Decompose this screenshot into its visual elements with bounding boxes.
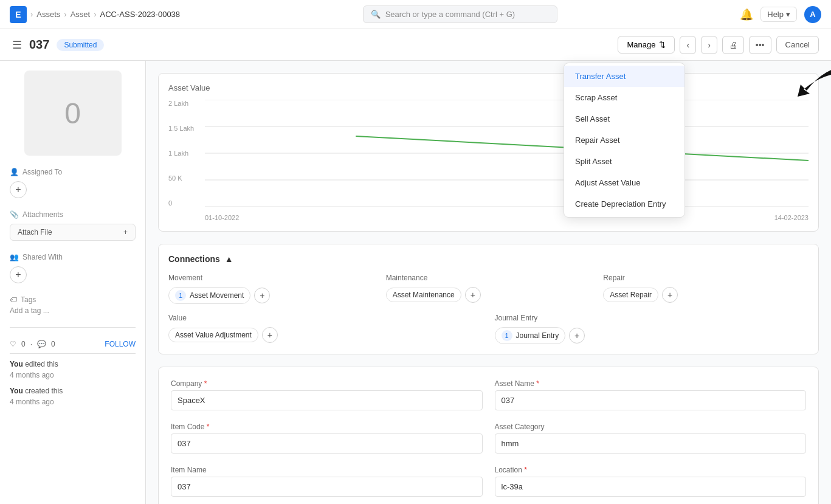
- add-movement-button[interactable]: +: [254, 288, 270, 303]
- asset-movement-tag[interactable]: 1 Asset Movement: [168, 287, 250, 304]
- journal-entry-tag[interactable]: 1 Journal Entry: [495, 327, 566, 344]
- dropdown-item-transfer-asset[interactable]: Transfer Asset: [564, 66, 684, 87]
- follow-button[interactable]: FOLLOW: [105, 340, 136, 348]
- value-label: Asset Value Adjustment: [175, 331, 252, 339]
- notification-button[interactable]: 🔔: [740, 8, 753, 21]
- share-icon: 👥: [10, 253, 19, 261]
- activity-action-1: edited this: [25, 360, 58, 368]
- tags-title: 🏷 Tags: [10, 295, 136, 304]
- add-journal-button[interactable]: +: [569, 328, 585, 343]
- help-button[interactable]: Help ▾: [760, 7, 797, 22]
- movement-label: Asset Movement: [190, 291, 244, 300]
- asset-avatar: 0: [24, 71, 122, 156]
- movement-tags: 1 Asset Movement +: [168, 287, 374, 304]
- manage-button[interactable]: Manage ⇅: [618, 36, 675, 54]
- connections-collapse-icon: ▲: [225, 254, 233, 264]
- hamburger-icon[interactable]: ☰: [12, 38, 22, 52]
- dropdown-item-adjust-value[interactable]: Adjust Asset Value: [564, 172, 684, 193]
- y-label-0: 2 Lakh: [168, 100, 197, 107]
- repair-tags: Asset Repair +: [603, 287, 809, 303]
- add-maintenance-button[interactable]: +: [465, 287, 481, 303]
- activity-counts: ♡ 0 · 💬 0 FOLLOW: [10, 340, 136, 348]
- like-count: 0: [21, 340, 26, 348]
- dropdown-item-sell-asset[interactable]: Sell Asset: [564, 108, 684, 129]
- dropdown-item-repair-asset[interactable]: Repair Asset: [564, 129, 684, 151]
- x-label-0: 01-10-2022: [205, 214, 239, 221]
- asset-name-input[interactable]: [495, 390, 807, 410]
- add-repair-button[interactable]: +: [662, 287, 678, 303]
- item-code-input[interactable]: [171, 433, 483, 454]
- form-grid: Company * Asset Name * Item Code *: [171, 379, 806, 497]
- chart-title: Asset Value: [168, 83, 809, 92]
- asset-maintenance-tag[interactable]: Asset Maintenance: [386, 288, 461, 302]
- location-field: Location *: [495, 466, 807, 497]
- dropdown-item-scrap-asset[interactable]: Scrap Asset: [564, 87, 684, 108]
- activity-divider: [10, 353, 136, 354]
- attachments-title: 📎 Attachments: [10, 210, 136, 219]
- breadcrumb-current: ACC-ASS-2023-00038: [100, 10, 181, 19]
- asset-avatar-section: 0: [10, 71, 136, 156]
- attach-file-button[interactable]: Attach File +: [10, 224, 136, 241]
- asset-category-label: Asset Category: [495, 423, 807, 431]
- form-section: Company * Asset Name * Item Code *: [158, 367, 819, 504]
- comment-icon: 💬: [37, 340, 46, 348]
- activity-section: ♡ 0 · 💬 0 FOLLOW You edited this 4 month…: [10, 340, 136, 407]
- top-nav: E › Assets › Asset › ACC-ASS-2023-00038 …: [0, 0, 831, 29]
- maintenance-label: Asset Maintenance: [393, 291, 455, 299]
- asset-name-field: Asset Name *: [495, 379, 807, 410]
- chart-plot: [205, 100, 809, 207]
- more-options-button[interactable]: •••: [749, 36, 771, 54]
- tag-icon: 🏷: [10, 295, 17, 304]
- activity-user-1: You: [10, 360, 23, 368]
- assigned-to-section: 👤 Assigned To +: [10, 168, 136, 198]
- company-input[interactable]: [171, 390, 483, 410]
- cancel-button[interactable]: Cancel: [776, 36, 819, 54]
- company-required: *: [204, 379, 207, 388]
- maintenance-title: Maintenance: [386, 274, 591, 282]
- breadcrumb-asset[interactable]: Asset: [71, 10, 91, 19]
- company-field: Company *: [171, 379, 483, 410]
- next-button[interactable]: ›: [701, 36, 717, 54]
- paperclip-icon: 📎: [10, 210, 19, 219]
- add-tag-placeholder[interactable]: Add a tag ...: [10, 306, 136, 315]
- add-shared-button[interactable]: +: [10, 266, 27, 283]
- top-nav-right: 🔔 Help ▾ A: [740, 6, 821, 23]
- value-group: Value Asset Value Adjustment +: [168, 314, 483, 344]
- status-badge: Submitted: [57, 39, 104, 51]
- y-label-3: 50 K: [168, 174, 197, 182]
- activity-item-1: You edited this 4 months ago: [10, 359, 136, 381]
- maintenance-group: Maintenance Asset Maintenance +: [386, 274, 591, 304]
- dropdown-item-split-asset[interactable]: Split Asset: [564, 151, 684, 172]
- connections-header[interactable]: Connections ▲: [168, 254, 809, 264]
- item-name-input[interactable]: [171, 477, 483, 497]
- value-title: Value: [168, 314, 483, 322]
- location-input[interactable]: [495, 477, 807, 497]
- asset-category-input[interactable]: [495, 433, 807, 454]
- asset-repair-tag[interactable]: Asset Repair: [603, 288, 658, 302]
- search-area: 🔍 Search or type a command (Ctrl + G): [180, 5, 740, 23]
- shared-with-section: 👥 Shared With +: [10, 253, 136, 283]
- asset-value-tag[interactable]: Asset Value Adjustment: [168, 328, 258, 342]
- journal-label: Journal Entry: [516, 331, 559, 340]
- chevron-down-icon: ▾: [786, 10, 790, 19]
- avatar[interactable]: A: [804, 6, 821, 23]
- repair-title: Repair: [603, 274, 809, 282]
- prev-button[interactable]: ‹: [680, 36, 696, 54]
- breadcrumb-assets[interactable]: Assets: [36, 10, 60, 19]
- help-label: Help: [767, 10, 784, 19]
- page-header-left: ☰ 037 Submitted: [12, 38, 104, 52]
- print-button[interactable]: 🖨: [722, 36, 744, 54]
- journal-count: 1: [502, 330, 512, 341]
- add-assigned-button[interactable]: +: [10, 181, 27, 198]
- tags-section: 🏷 Tags Add a tag ...: [10, 295, 136, 315]
- search-icon: 🔍: [371, 10, 381, 19]
- search-bar[interactable]: 🔍 Search or type a command (Ctrl + G): [363, 5, 557, 23]
- dot-separator: ·: [30, 340, 32, 348]
- item-name-label: Item Name: [171, 466, 483, 474]
- connections-section: Connections ▲ Movement 1 Asset Movement …: [158, 244, 819, 354]
- chart-y-labels: 2 Lakh 1.5 Lakh 1 Lakh 50 K 0: [168, 100, 202, 207]
- dropdown-item-create-depreciation[interactable]: Create Depreciation Entry: [564, 193, 684, 215]
- add-value-button[interactable]: +: [262, 327, 278, 343]
- connections-row2: Value Asset Value Adjustment + Journal E…: [168, 314, 809, 344]
- app-icon: E: [10, 6, 27, 23]
